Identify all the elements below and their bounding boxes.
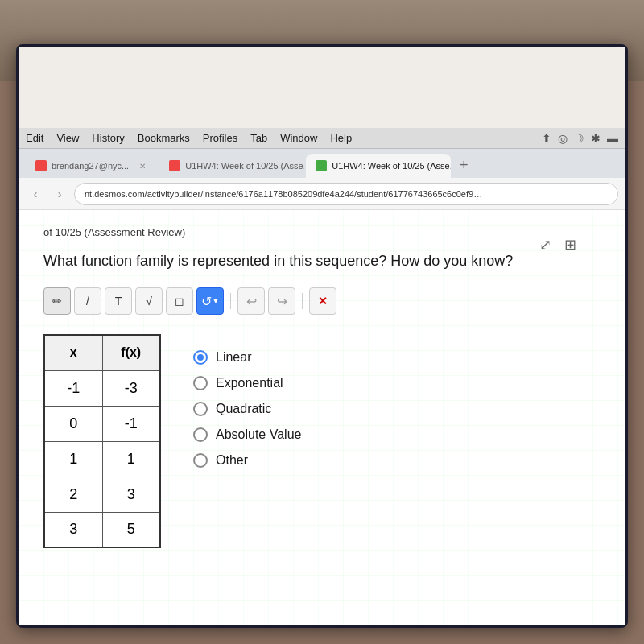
monitor-bezel: Edit View History Bookmarks Profiles Tab… bbox=[16, 44, 628, 628]
tab-favicon-1 bbox=[169, 160, 180, 171]
table-row: -1 -3 bbox=[44, 370, 160, 406]
url-input[interactable]: nt.desmos.com/activitybuilder/instance/6… bbox=[74, 183, 618, 205]
main-row: x f(x) -1 -3 bbox=[43, 334, 601, 548]
tab-bar: brendang27@nyc... ✕ U1HW4: Week of 10/25… bbox=[19, 149, 625, 178]
menu-help[interactable]: Help bbox=[330, 132, 352, 144]
answer-options: Linear Exponential Quadratic bbox=[193, 334, 301, 468]
redo-button[interactable]: ↪ bbox=[268, 287, 295, 315]
radio-absolute-value[interactable] bbox=[193, 427, 208, 442]
sqrt-tool[interactable]: √ bbox=[135, 287, 163, 315]
option-quadratic[interactable]: Quadratic bbox=[193, 402, 301, 416]
table-row: 0 -1 bbox=[44, 406, 160, 441]
battery-icon: ▬ bbox=[607, 132, 618, 145]
cell-fx-3: 3 bbox=[102, 477, 160, 512]
cell-fx-4: 5 bbox=[102, 512, 160, 547]
browser-tab-2[interactable]: U1HW4: Week of 10/25 (Asse... ✕ bbox=[306, 154, 451, 178]
grid-icon[interactable]: ⊞ bbox=[564, 236, 576, 254]
cell-x-4: 3 bbox=[44, 512, 102, 547]
cell-fx-1: -1 bbox=[102, 406, 160, 441]
shape-tool[interactable]: ◻ bbox=[166, 287, 193, 315]
menu-bar: Edit View History Bookmarks Profiles Tab… bbox=[19, 128, 625, 149]
toolbar: ✏ / T √ ◻ ↺ ▼ ↩ ↪ bbox=[43, 287, 601, 315]
moon-icon: ☽ bbox=[574, 132, 584, 145]
desmos-area: ⤢ ⊞ of 10/25 (Assessment Review) What fu… bbox=[19, 210, 625, 625]
tab-label-2: U1HW4: Week of 10/25 (Asse... bbox=[332, 161, 451, 171]
cell-fx-0: -3 bbox=[102, 370, 160, 406]
tab-label-1: U1HW4: Week of 10/25 (Asse... bbox=[185, 161, 304, 171]
table-row: 2 3 bbox=[44, 477, 160, 512]
pencil-tool[interactable]: ✏ bbox=[43, 287, 71, 315]
option-exponential[interactable]: Exponential bbox=[193, 376, 301, 390]
option-label-quadratic: Quadratic bbox=[216, 402, 271, 416]
cell-x-1: 0 bbox=[44, 406, 102, 441]
tab-favicon-2 bbox=[316, 160, 327, 171]
table-row: 1 1 bbox=[44, 441, 160, 477]
color-tool[interactable]: ↺ ▼ bbox=[196, 287, 224, 315]
forward-button[interactable]: › bbox=[50, 184, 69, 204]
col-header-x: x bbox=[44, 335, 102, 370]
assessment-title: of 10/25 (Assessment Review) bbox=[43, 226, 601, 238]
line-tool[interactable]: / bbox=[74, 287, 101, 315]
option-other[interactable]: Other bbox=[193, 453, 301, 468]
menu-profiles[interactable]: Profiles bbox=[203, 132, 237, 144]
menu-view[interactable]: View bbox=[56, 132, 79, 144]
cell-x-3: 2 bbox=[44, 477, 102, 512]
radio-exponential[interactable] bbox=[193, 376, 208, 390]
menu-edit[interactable]: Edit bbox=[26, 132, 43, 144]
tab-close-0[interactable]: ✕ bbox=[137, 160, 148, 171]
option-absolute-value[interactable]: Absolute Value bbox=[193, 427, 301, 442]
data-table: x f(x) -1 -3 bbox=[43, 334, 161, 548]
menu-window[interactable]: Window bbox=[280, 132, 317, 144]
delete-button[interactable]: ✕ bbox=[309, 287, 336, 315]
browser-tab-0[interactable]: brendang27@nyc... ✕ bbox=[26, 154, 158, 178]
location-icon: ⬆ bbox=[542, 132, 551, 145]
menu-history[interactable]: History bbox=[92, 132, 124, 144]
option-label-exponential: Exponential bbox=[216, 376, 283, 390]
tab-label-0: brendang27@nyc... bbox=[52, 161, 129, 171]
cell-x-2: 1 bbox=[44, 441, 102, 477]
system-icons: ⬆ ◎ ☽ ✱ ▬ bbox=[542, 132, 618, 145]
wifi-icon: ◎ bbox=[558, 132, 568, 145]
tab-favicon-0 bbox=[35, 160, 47, 171]
option-label-linear: Linear bbox=[216, 350, 251, 365]
cell-x-0: -1 bbox=[44, 370, 102, 406]
fullscreen-icon[interactable]: ⤢ bbox=[539, 236, 551, 254]
table-row: 3 5 bbox=[44, 512, 160, 547]
bluetooth-icon: ✱ bbox=[591, 132, 601, 145]
desmos-top-icons: ⤢ ⊞ bbox=[539, 236, 576, 254]
browser-tab-1[interactable]: U1HW4: Week of 10/25 (Asse... ✕ bbox=[159, 154, 304, 178]
option-label-absolute-value: Absolute Value bbox=[216, 427, 301, 442]
menu-bookmarks[interactable]: Bookmarks bbox=[138, 132, 190, 144]
page-content: ⤢ ⊞ of 10/25 (Assessment Review) What fu… bbox=[19, 210, 625, 625]
option-label-other: Other bbox=[216, 453, 248, 468]
radio-quadratic[interactable] bbox=[193, 402, 208, 416]
radio-other[interactable] bbox=[193, 453, 208, 468]
text-tool[interactable]: T bbox=[105, 287, 132, 315]
browser: brendang27@nyc... ✕ U1HW4: Week of 10/25… bbox=[19, 149, 625, 625]
toolbar-separator bbox=[230, 293, 231, 309]
toolbar-separator-2 bbox=[302, 293, 303, 309]
back-button[interactable]: ‹ bbox=[26, 184, 45, 204]
col-header-fx: f(x) bbox=[102, 335, 160, 370]
cell-fx-2: 1 bbox=[102, 441, 160, 477]
url-text: nt.desmos.com/activitybuilder/instance/6… bbox=[85, 189, 487, 199]
address-bar: ‹ › nt.desmos.com/activitybuilder/instan… bbox=[19, 178, 625, 210]
radio-linear[interactable] bbox=[193, 350, 208, 365]
content-overlay: ⤢ ⊞ of 10/25 (Assessment Review) What fu… bbox=[43, 226, 601, 548]
new-tab-button[interactable]: + bbox=[452, 154, 475, 176]
option-linear[interactable]: Linear bbox=[193, 350, 301, 365]
undo-button[interactable]: ↩ bbox=[237, 287, 265, 315]
question-text: What function family is represented in t… bbox=[43, 251, 526, 271]
menu-tab[interactable]: Tab bbox=[250, 132, 267, 144]
screen-inner: Edit View History Bookmarks Profiles Tab… bbox=[19, 47, 625, 625]
